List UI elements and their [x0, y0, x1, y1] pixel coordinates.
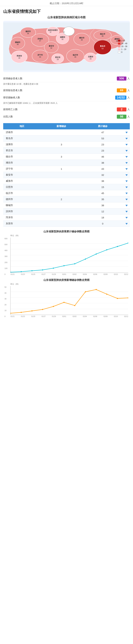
cell-new — [41, 208, 82, 214]
y-label: 600 — [4, 238, 7, 240]
chart2-title: 山东省新型肺炎疫情新增确诊例数走势图 — [3, 278, 130, 282]
table-row: 泰安市 32 — [3, 172, 130, 178]
cell-arrow — [124, 148, 130, 154]
col-header-arrow — [124, 123, 130, 130]
chart1-title: 山东省新型肺炎疫情累计确诊例数走势图 — [3, 230, 130, 233]
stat-discharged-unit: 人 — [128, 115, 130, 118]
arrow-icon — [126, 144, 128, 146]
y-label: 400 — [4, 250, 7, 252]
table-row: 日照市 15 — [3, 184, 130, 190]
chart2-unit: 单位（例） — [10, 283, 128, 286]
y-label: 10 — [4, 310, 6, 312]
table-row: 烟台市 3 46 — [3, 154, 130, 160]
y-label: 0 — [4, 316, 6, 317]
cell-total: 45 — [82, 190, 124, 196]
x-label: 02/06 — [93, 274, 97, 275]
cell-total: 38 — [82, 178, 124, 184]
x-label: 02/12 — [124, 316, 128, 317]
svg-text:15: 15 — [90, 58, 92, 60]
svg-text:18: 18 — [18, 57, 20, 59]
svg-text:43: 43 — [39, 56, 41, 58]
cell-city: 济宁市 — [3, 166, 41, 172]
cell-arrow — [124, 172, 130, 178]
stat-confirmed-unit: 人 — [128, 77, 130, 80]
x-label: 02/06 — [93, 316, 97, 317]
stat-suspected: 疫情疑似患者人数 69 人 — [3, 87, 130, 94]
cell-arrow — [124, 196, 130, 202]
y-label: 200 — [4, 262, 7, 264]
cell-new — [41, 214, 82, 221]
header-date: 截止日期：2020年2月12日24时 — [0, 0, 133, 6]
svg-point-73 — [32, 310, 32, 312]
x-label: 01/23 — [21, 274, 25, 275]
cell-city: 济南市 — [3, 130, 41, 136]
cell-city: 东营市 — [3, 221, 41, 227]
x-label: 02/02 — [72, 316, 76, 317]
y-label: 20 — [4, 304, 6, 306]
stat-contact: 密切接触者人数 14232 人 其中已解除医学观察 10462 人，正在接受医学… — [3, 94, 130, 106]
svg-point-57 — [32, 270, 32, 272]
svg-point-4 — [94, 40, 111, 54]
svg-point-64 — [106, 249, 107, 250]
cell-new — [41, 190, 82, 196]
svg-point-77 — [74, 305, 75, 306]
map-container: 聊城市 38 德州市 35 滨州市东营市 12 0 济南市 47 淄博市 32 … — [3, 21, 130, 72]
stats-section: 疫情确诊患者人数 506 人 其中重症患者 18 例，危重症患者 8 例 疫情疑… — [0, 74, 133, 122]
stat-contact-sub: 其中已解除医学观察 10462 人，正在接受医学观察 3520 人 — [3, 101, 130, 106]
x-label: 02/04 — [83, 274, 87, 275]
arrow-icon — [126, 150, 128, 152]
x-label: 01/21 — [10, 274, 14, 275]
chart2-section: 山东省新型肺炎疫情新增确诊例数走势图 单位（例） 50403020100 — [3, 278, 130, 317]
cell-new — [41, 184, 82, 190]
x-label: 02/04 — [83, 316, 87, 317]
chart1-x-labels: 01/2101/2301/2501/2701/2902/0102/0202/04… — [10, 274, 128, 275]
cell-new: 3 — [41, 142, 82, 148]
table-header-row: 地区 新增确诊 累计确诊 — [3, 123, 130, 130]
cell-new — [41, 202, 82, 208]
stat-contact-unit: 人 — [128, 96, 130, 99]
stat-discharged: 出院人数 98 人 — [3, 113, 130, 120]
y-label: 100 — [4, 268, 7, 269]
cell-arrow — [124, 221, 130, 227]
stat-deaths-row: 疫情死亡人数 2 人 — [3, 106, 130, 113]
legend-item-1-19: 1 - 19 — [118, 48, 127, 50]
stat-suspected-unit: 人 — [128, 89, 130, 92]
map-legend: ≥ 50 40 - 49 20 - 39 1 - 19 0 — [118, 40, 127, 53]
chart2-svg — [10, 286, 128, 315]
svg-text:53: 53 — [102, 48, 104, 50]
legend-color-20-39 — [118, 46, 120, 48]
cell-new — [41, 130, 82, 136]
cell-total: 23 — [82, 148, 124, 154]
svg-text:12: 12 — [50, 31, 52, 33]
col-header-total: 累计确诊 — [82, 123, 124, 130]
x-label: 01/27 — [42, 274, 46, 275]
stat-confirmed: 疫情确诊患者人数 506 人 其中重症患者 18 例，危重症患者 8 例 — [3, 75, 130, 87]
stat-suspected-label: 疫情疑似患者人数 — [3, 89, 117, 92]
x-label: 01/29 — [52, 274, 56, 275]
stat-deaths: 疫情死亡人数 2 人 — [3, 106, 130, 113]
cell-arrow — [124, 160, 130, 166]
y-label: 300 — [4, 256, 7, 257]
cell-arrow — [124, 136, 130, 142]
x-label: 01/23 — [21, 316, 25, 317]
arrow-icon — [126, 138, 128, 140]
arrow-icon — [126, 132, 128, 134]
table-row: 淄博市 3 23 — [3, 142, 130, 148]
svg-text:23: 23 — [57, 58, 59, 60]
legend-label-20-39: 20 - 39 — [121, 45, 127, 48]
cell-city: 青岛市 — [3, 136, 41, 142]
table-row: 德州市 2 35 — [3, 196, 130, 202]
legend-label-0: 0 — [121, 51, 122, 53]
y-label: 500 — [4, 244, 7, 246]
y-label: 0 — [4, 273, 7, 275]
cell-arrow — [124, 178, 130, 184]
x-label: 02/01 — [62, 274, 66, 275]
cell-city: 淄博市 — [3, 142, 41, 148]
stat-discharged-label: 出院人数 — [3, 115, 117, 118]
cell-new: 2 — [41, 196, 82, 202]
svg-point-59 — [53, 268, 54, 269]
chart2-box — [10, 286, 128, 315]
legend-item-50plus: ≥ 50 — [118, 40, 127, 42]
svg-text:32: 32 — [50, 47, 52, 49]
map-section: 山东省新型肺炎病例区域分布图 — [0, 16, 133, 74]
